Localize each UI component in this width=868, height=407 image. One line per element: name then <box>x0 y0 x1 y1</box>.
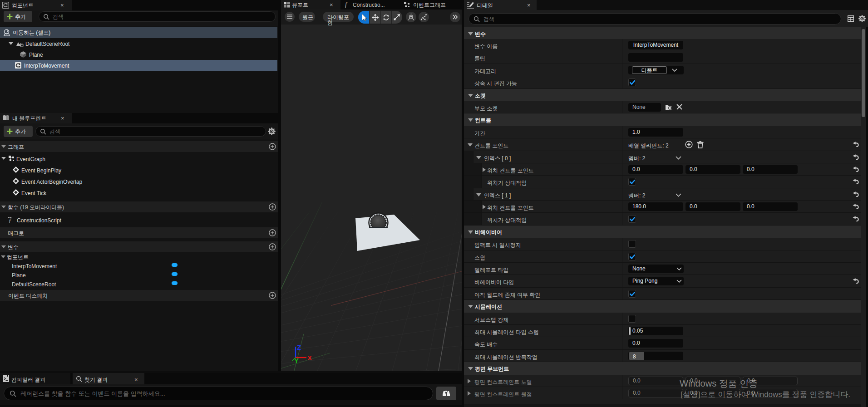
svg-text:X: X <box>307 354 312 362</box>
svg-text:Y: Y <box>294 357 299 364</box>
svg-text:Z: Z <box>297 343 301 351</box>
svg-text:f: f <box>345 1 348 8</box>
svg-text:f: f <box>9 218 11 223</box>
